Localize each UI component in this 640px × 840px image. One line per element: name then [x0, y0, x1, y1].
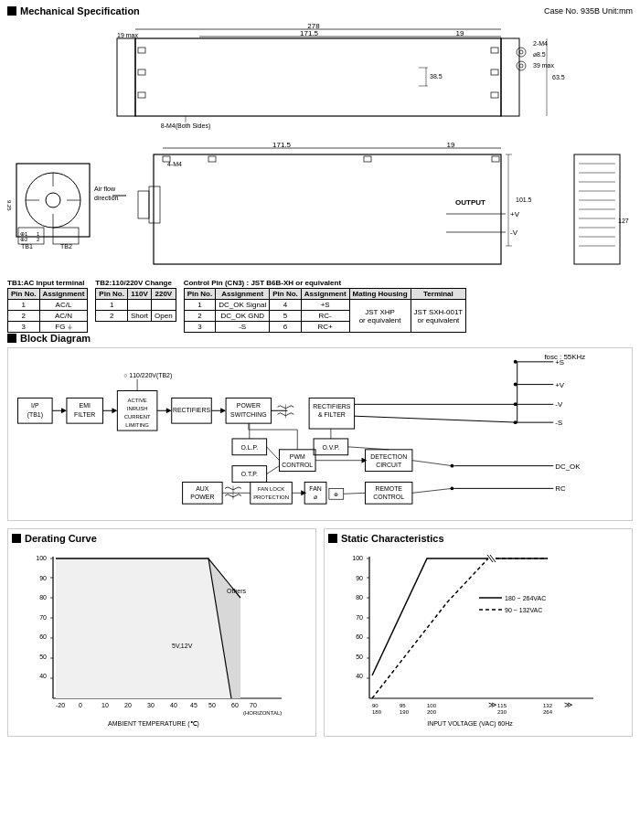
bd-section-icon: [7, 334, 16, 343]
svg-marker-93: [112, 408, 117, 413]
svg-rect-8: [501, 38, 519, 116]
top-view-svg: 278 171.5 19 8-M4(Both Sides): [7, 20, 629, 139]
section-icon: [7, 6, 16, 16]
svg-text:264: 264: [543, 709, 553, 715]
svg-text:RECTIFIERS: RECTIFIERS: [173, 407, 210, 413]
table-row: 3 FG ⏚: [8, 322, 88, 333]
svg-text:RC: RC: [555, 484, 566, 493]
svg-marker-176: [301, 490, 306, 495]
svg-line-161: [412, 488, 453, 493]
svg-text:50: 50: [356, 654, 363, 660]
svg-rect-7: [117, 38, 135, 116]
table-row: 1: [96, 300, 176, 311]
svg-text:≫: ≫: [488, 700, 496, 709]
svg-text:19 max: 19 max: [117, 32, 138, 38]
svg-text:FAN: FAN: [309, 485, 321, 492]
svg-text:30: 30: [147, 702, 155, 708]
svg-text:180 ~ 264VAC: 180 ~ 264VAC: [505, 595, 546, 601]
svg-text:127: 127: [618, 218, 629, 224]
svg-marker-106: [220, 408, 226, 413]
svg-text:PWM: PWM: [290, 453, 305, 460]
svg-rect-6: [135, 38, 501, 116]
derating-title: Derating Curve: [25, 533, 97, 544]
svg-text:80: 80: [39, 594, 47, 601]
svg-line-157: [412, 461, 453, 466]
svg-text:CONTROL: CONTROL: [282, 462, 313, 468]
block-diagram-title: Block Diagram: [20, 333, 91, 344]
cn3-table: Pin No. Assignment Pin No. Assignment Ma…: [184, 288, 467, 333]
table-row: 2 AC/N: [8, 311, 88, 322]
svg-text:70: 70: [356, 614, 363, 621]
case-info: Case No. 935B Unit:mm: [544, 6, 633, 16]
svg-point-33: [46, 193, 60, 207]
svg-point-20: [517, 61, 526, 70]
svg-text:Others: Others: [227, 588, 247, 594]
block-diagram-section: Block Diagram fosc : 55KHz I/P (TB1) EMI…: [7, 333, 633, 523]
svg-text:132: 132: [543, 703, 553, 708]
svg-text:⌀8.5: ⌀8.5: [533, 51, 546, 58]
svg-text:PROTECTION: PROTECTION: [253, 494, 289, 500]
svg-rect-13: [138, 69, 145, 75]
svg-text:180: 180: [372, 709, 382, 715]
svg-text:-20: -20: [56, 702, 65, 708]
svg-text:& FILTER: & FILTER: [318, 411, 346, 418]
svg-text:(TB1): (TB1): [27, 411, 43, 419]
svg-text:EMI: EMI: [80, 402, 91, 409]
tb1-label: TB1:AC input terminal: [7, 279, 88, 287]
tb2-label: TB2:110/220V Change: [95, 279, 176, 287]
svg-text:⊕2: ⊕2: [20, 237, 28, 242]
svg-text:19: 19: [456, 29, 464, 37]
side-view-drawing: Air flow direction TB1 TB2 ⊕1 ⊕2 1 2 9.2…: [7, 141, 633, 275]
svg-text:45: 45: [190, 702, 197, 708]
svg-rect-58: [364, 156, 371, 162]
svg-marker-88: [61, 408, 67, 413]
svg-line-164: [344, 493, 366, 494]
svg-text:FAN LOCK: FAN LOCK: [258, 486, 284, 492]
svg-text:200: 200: [427, 709, 437, 715]
block-diagram-header: Block Diagram: [7, 333, 633, 344]
svg-point-121: [514, 383, 517, 387]
svg-text:8-M4(Both Sides): 8-M4(Both Sides): [161, 122, 210, 130]
svg-text:2-M4: 2-M4: [533, 40, 548, 47]
svg-text:+V: +V: [510, 210, 520, 218]
svg-text:INPUT VOLTAGE (VAC) 60Hz: INPUT VOLTAGE (VAC) 60Hz: [427, 720, 513, 728]
svg-point-127: [514, 420, 517, 424]
table-row: 2 Short Open: [96, 311, 176, 322]
svg-text:ACTIVE: ACTIVE: [127, 398, 146, 403]
svg-text:5V,12V: 5V,12V: [172, 643, 193, 649]
svg-text:100: 100: [352, 555, 363, 561]
table-row: 1 AC/L: [8, 300, 88, 311]
svg-text:SWITCHING: SWITCHING: [230, 411, 267, 418]
svg-line-116: [355, 416, 517, 422]
svg-rect-44: [53, 228, 79, 244]
static-section: Static Characteristics 100 90 80 70 60 5…: [324, 528, 633, 737]
svg-text:≫: ≫: [564, 700, 572, 709]
svg-rect-82: [138, 191, 149, 218]
svg-text:100: 100: [427, 703, 437, 708]
svg-rect-16: [491, 69, 498, 75]
svg-text:2: 2: [37, 237, 40, 242]
svg-text:O.T.P.: O.T.P.: [241, 472, 258, 478]
svg-text:95: 95: [400, 703, 406, 708]
svg-text:LIMITING: LIMITING: [125, 422, 149, 428]
svg-rect-14: [491, 48, 498, 53]
svg-text:(HORIZONTAL): (HORIZONTAL): [243, 710, 282, 716]
svg-text:10: 10: [101, 702, 109, 708]
tb1-col-assignment: Assignment: [39, 289, 88, 300]
svg-text:INRUSH: INRUSH: [127, 406, 148, 411]
derating-icon: [12, 534, 21, 543]
top-view-drawing: 278 171.5 19 8-M4(Both Sides): [7, 20, 633, 141]
svg-text:230: 230: [497, 709, 507, 715]
svg-text:I/P: I/P: [31, 402, 39, 409]
cn3-table-group: Control Pin (CN3) : JST B6B-XH or equiva…: [184, 279, 467, 333]
svg-line-148: [267, 466, 280, 474]
static-chart: 100 90 80 70 60 50 40 90 180 95: [328, 548, 612, 730]
page: Mechanical Specification Case No. 935B U…: [0, 0, 640, 742]
svg-text:40: 40: [39, 673, 47, 679]
static-header: Static Characteristics: [328, 533, 628, 544]
svg-text:40: 40: [356, 673, 363, 679]
mech-spec-section: Mechanical Specification Case No. 935B U…: [7, 5, 633, 333]
svg-rect-81: [149, 186, 160, 223]
tb1-table-group: TB1:AC input terminal Pin No. Assignment…: [7, 279, 88, 333]
svg-text:REMOTE: REMOTE: [375, 485, 402, 492]
